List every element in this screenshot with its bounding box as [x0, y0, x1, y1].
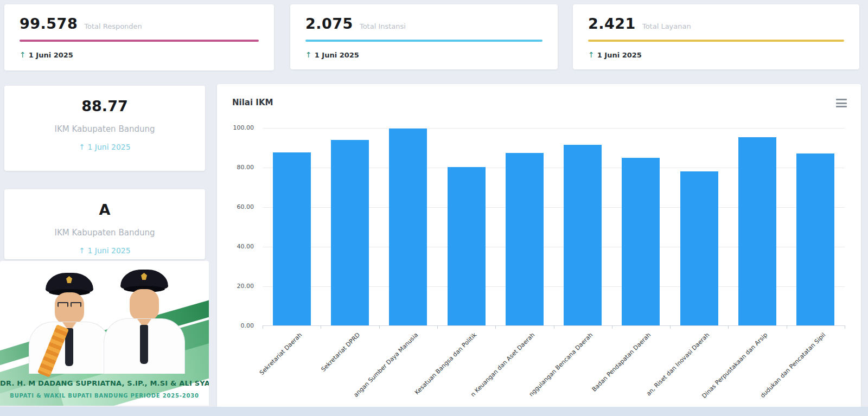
x-axis-category-label: an, Riset dan Inovasi Daerah [645, 331, 711, 397]
y-axis-tick-label: 0.00 [241, 322, 254, 329]
gridline [263, 128, 845, 129]
ikm-grade-label: IKM Kabupaten Bandung [4, 228, 205, 238]
bar-3[interactable] [389, 129, 427, 325]
y-axis-tick-label: 80.00 [237, 164, 254, 171]
y-axis-tick-label: 100.00 [233, 124, 254, 131]
stat-label: Total Layanan [642, 22, 691, 30]
x-axis-tick [495, 325, 496, 329]
x-axis-category-label: n Keuangan dan Aset Daerah [469, 331, 536, 398]
stat-value: 99.578 [20, 15, 78, 32]
stat-value: 2.421 [588, 15, 636, 32]
official-figure-bupati [26, 265, 113, 374]
chart-context-menu-icon[interactable] [836, 99, 847, 107]
x-axis-tick [321, 325, 321, 329]
stat-date-text: 1 Juni 2025 [29, 51, 73, 59]
y-axis-tick-label: 20.00 [237, 283, 254, 290]
bar-9[interactable] [738, 137, 776, 325]
ikm-grade-value: A [4, 201, 205, 218]
bar-4[interactable] [448, 167, 486, 325]
ikm-score-label: IKM Kabupaten Bandung [4, 124, 205, 134]
stat-accent-line [588, 40, 844, 42]
up-arrow-icon: ↑ [588, 50, 595, 59]
x-axis-tick [379, 325, 380, 329]
x-axis-tick [263, 325, 263, 329]
stat-card-instansi: 2.075 Total Instansi ↑ 1 Juni 2025 [290, 4, 558, 69]
x-axis-category-label: Dinas Perpustakaan dan Arsip [700, 331, 769, 400]
y-axis-tick-label: 60.00 [237, 203, 254, 210]
x-axis-tick [437, 325, 438, 329]
stat-label: Total Instansi [360, 22, 406, 30]
ikm-score-value: 88.77 [4, 98, 205, 114]
footer-strip [0, 407, 868, 416]
ikm-grade-card: A IKM Kabupaten Bandung ↑ 1 Juni 2025 [4, 189, 205, 259]
x-axis-category-label: Sekretariat Daerah [258, 331, 303, 376]
bar-2[interactable] [331, 140, 369, 325]
bar-6[interactable] [564, 145, 602, 325]
x-axis-tick [728, 325, 729, 329]
stat-accent-line [305, 40, 542, 42]
x-axis-tick [670, 325, 671, 329]
up-arrow-icon: ↑ [79, 246, 85, 255]
bar-7[interactable] [622, 158, 660, 325]
officials-photo: DR. H. M DADANG SUPRIATNA, S.IP., M.SI &… [0, 261, 209, 406]
up-arrow-icon: ↑ [305, 50, 312, 59]
bar-5[interactable] [506, 153, 544, 325]
up-arrow-icon: ↑ [79, 143, 85, 151]
x-axis-category-label: angan Sumber Daya Manusia [353, 331, 420, 399]
bar-8[interactable] [680, 171, 718, 325]
officials-subtitle: BUPATI & WAKIL BUPATI BANDUNG PERIODE 20… [0, 393, 209, 399]
x-axis-category-label: Sekretariat DPRD [320, 331, 361, 373]
ikm-chart-card: Nilai IKM 100.0080.0060.0040.0020.000.00… [217, 84, 861, 408]
x-axis-category-label: Kesatuan Bangsa dan Politik [413, 331, 478, 396]
x-axis-category-label: nggulangan Bencana Daerah [528, 331, 595, 398]
x-axis-tick [787, 325, 787, 329]
chart-title: Nilai IKM [232, 98, 273, 107]
plot-area: 100.0080.0060.0040.0020.000.00Sekretaria… [263, 128, 845, 326]
x-axis-tick [612, 325, 612, 329]
ikm-grade-date: 1 Juni 2025 [87, 246, 130, 255]
bar-10[interactable] [796, 153, 834, 325]
stat-accent-line [20, 40, 259, 42]
ikm-score-card: 88.77 IKM Kabupaten Bandung ↑ 1 Juni 202… [4, 86, 205, 171]
stat-date-text: 1 Juni 2025 [315, 51, 359, 59]
stat-label: Total Responden [84, 22, 142, 30]
x-axis-tick [845, 325, 845, 329]
y-axis-tick-label: 40.00 [237, 243, 254, 250]
stat-value: 2.075 [305, 15, 353, 32]
official-figure-wakil [101, 262, 188, 374]
officials-names: DR. H. M DADANG SUPRIATNA, S.IP., M.SI &… [0, 379, 209, 387]
stat-card-layanan: 2.421 Total Layanan ↑ 1 Juni 2025 [573, 4, 859, 69]
x-axis-tick [554, 325, 554, 329]
x-axis-category-label: dudukan dan Pencatatan Sipil [759, 331, 827, 399]
stat-date-text: 1 Juni 2025 [597, 51, 642, 59]
bar-1[interactable] [273, 152, 311, 325]
ikm-score-date: 1 Juni 2025 [87, 143, 130, 151]
up-arrow-icon: ↑ [20, 50, 26, 59]
stat-card-responden: 99.578 Total Responden ↑ 1 Juni 2025 [4, 4, 274, 71]
x-axis-category-label: Badan Pendapatan Daerah [591, 331, 653, 393]
